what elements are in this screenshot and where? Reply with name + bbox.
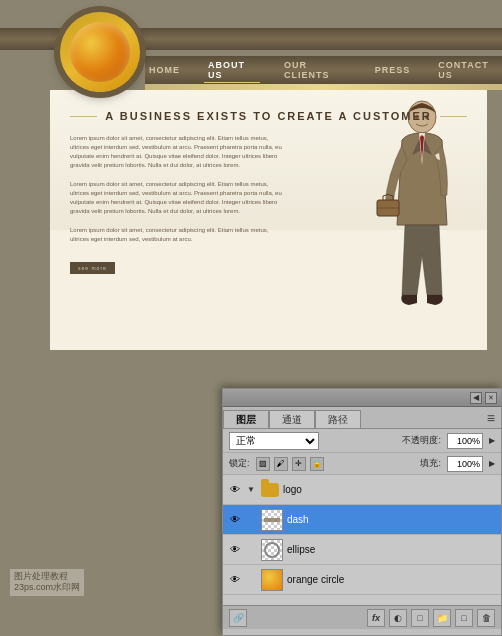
layer-logo[interactable]: 👁 ▼ logo — [223, 475, 501, 505]
lock-label: 锁定: — [229, 457, 250, 470]
fill-label: 填充: — [420, 457, 441, 470]
delete-layer-icon[interactable]: 🗑 — [477, 609, 495, 627]
watermark: 图片处理教程 23ps.com水印网 — [10, 569, 84, 596]
fx-icon[interactable]: fx — [367, 609, 385, 627]
content-columns: Lorem ipsum dolor sit amet, consectetur … — [70, 134, 467, 274]
thumb-orange — [261, 569, 283, 591]
layer-name-dash: dash — [287, 514, 497, 525]
eye-icon-logo[interactable]: 👁 — [227, 482, 243, 498]
link-layers-icon[interactable]: 🔗 — [229, 609, 247, 627]
ps-blend-row: 正常 不透明度: ▶ — [223, 429, 501, 453]
fill-expand[interactable]: ▶ — [489, 459, 495, 468]
ps-bottom-bar: 🔗 fx ◐ □ 📁 □ 🗑 — [223, 605, 501, 629]
expand-orange — [247, 575, 257, 584]
para1: Lorem ipsum dolor sit amet, consectetur … — [70, 134, 288, 170]
lock-icons: ▨ 🖌 ✛ 🔒 — [256, 457, 324, 471]
tab-layers[interactable]: 图层 — [223, 410, 269, 428]
ps-tabs: 图层 通道 路径 ≡ — [223, 407, 501, 429]
lock-all-icon[interactable]: 🔒 — [310, 457, 324, 471]
fill-input[interactable] — [447, 456, 483, 472]
content-area: A BUSINESS EXISTS TO CREATE A CUSTOMER L… — [50, 90, 487, 350]
adjustment-icon[interactable]: ◐ — [389, 609, 407, 627]
lock-position-icon[interactable]: ✛ — [292, 457, 306, 471]
ps-layers-panel: ◀ ✕ 图层 通道 路径 ≡ 正常 不透明度: ▶ 锁定: ▨ 🖌 ✛ 🔒 填充… — [222, 388, 502, 636]
opacity-label: 不透明度: — [402, 434, 441, 447]
layer-name-orange: orange circle — [287, 574, 497, 585]
title-line-right — [440, 116, 467, 117]
ps-bottom-icons-right: fx ◐ □ 📁 □ 🗑 — [367, 609, 495, 627]
nav-contact[interactable]: CONTACT US — [434, 58, 502, 82]
title-line-left — [70, 116, 97, 117]
svg-rect-5 — [264, 518, 280, 522]
eye-icon-dash[interactable]: 👁 — [227, 512, 243, 528]
website-mockup: HOME ABOUT US OUR CLIENTS PRESS CONTACT … — [0, 0, 502, 370]
logo-circle-inner — [70, 22, 130, 82]
ps-collapse-btn[interactable]: ◀ — [470, 392, 482, 404]
logo-circle — [60, 12, 140, 92]
mask-icon[interactable]: □ — [411, 609, 429, 627]
layer-name-logo: logo — [283, 484, 497, 495]
blend-mode-select[interactable]: 正常 — [229, 432, 319, 450]
layer-orange-circle[interactable]: 👁 orange circle — [223, 565, 501, 595]
title-row: A BUSINESS EXISTS TO CREATE A CUSTOMER — [70, 110, 467, 122]
ps-panel-menu[interactable]: ≡ — [487, 410, 501, 426]
tab-channels[interactable]: 通道 — [269, 410, 315, 428]
nav-border — [145, 84, 502, 90]
text-column: Lorem ipsum dolor sit amet, consectetur … — [70, 134, 467, 274]
nav-about[interactable]: ABOUT US — [204, 58, 260, 83]
nav-bar: HOME ABOUT US OUR CLIENTS PRESS CONTACT … — [145, 56, 502, 84]
thumb-dash-svg — [262, 510, 282, 530]
ps-lock-row: 锁定: ▨ 🖌 ✛ 🔒 填充: ▶ — [223, 453, 501, 475]
svg-point-6 — [265, 543, 279, 557]
lock-paint-icon[interactable]: 🖌 — [274, 457, 288, 471]
nav-press[interactable]: PRESS — [371, 63, 415, 77]
ps-title-controls: ◀ ✕ — [470, 392, 497, 404]
layer-dash[interactable]: 👁 dash — [223, 505, 501, 535]
watermark-line2: 23ps.com水印网 — [14, 582, 80, 594]
ps-layers-list[interactable]: 👁 ▼ logo 👁 dash 👁 el — [223, 475, 501, 605]
para3: Lorem ipsum dolor sit amet, consectetur … — [70, 226, 288, 244]
layer-name-ellipse: ellipse — [287, 544, 497, 555]
lock-transparent-icon[interactable]: ▨ — [256, 457, 270, 471]
expand-dash — [247, 515, 257, 524]
layer-ellipse[interactable]: 👁 ellipse — [223, 535, 501, 565]
thumb-ellipse-svg — [262, 540, 282, 560]
nav-clients[interactable]: OUR CLIENTS — [280, 58, 351, 82]
see-more-container: see more — [70, 254, 467, 274]
ps-bottom-icons-left: 🔗 — [229, 609, 247, 627]
ps-close-btn[interactable]: ✕ — [485, 392, 497, 404]
content-title: A BUSINESS EXISTS TO CREATE A CUSTOMER — [105, 110, 432, 122]
new-layer-icon[interactable]: □ — [455, 609, 473, 627]
folder-icon-logo — [261, 483, 279, 497]
eye-icon-ellipse[interactable]: 👁 — [227, 542, 243, 558]
expand-logo[interactable]: ▼ — [247, 485, 257, 494]
watermark-line1: 图片处理教程 — [14, 571, 80, 583]
nav-home[interactable]: HOME — [145, 63, 184, 77]
tab-paths[interactable]: 路径 — [315, 410, 361, 428]
group-icon[interactable]: 📁 — [433, 609, 451, 627]
see-more-button[interactable]: see more — [70, 262, 115, 274]
eye-icon-orange[interactable]: 👁 — [227, 572, 243, 588]
thumb-dash — [261, 509, 283, 531]
ps-titlebar: ◀ ✕ — [223, 389, 501, 407]
para2: Lorem ipsum dolor sit amet, consectetur … — [70, 180, 288, 216]
opacity-expand[interactable]: ▶ — [489, 436, 495, 445]
opacity-input[interactable] — [447, 433, 483, 449]
thumb-ellipse — [261, 539, 283, 561]
expand-ellipse — [247, 545, 257, 554]
